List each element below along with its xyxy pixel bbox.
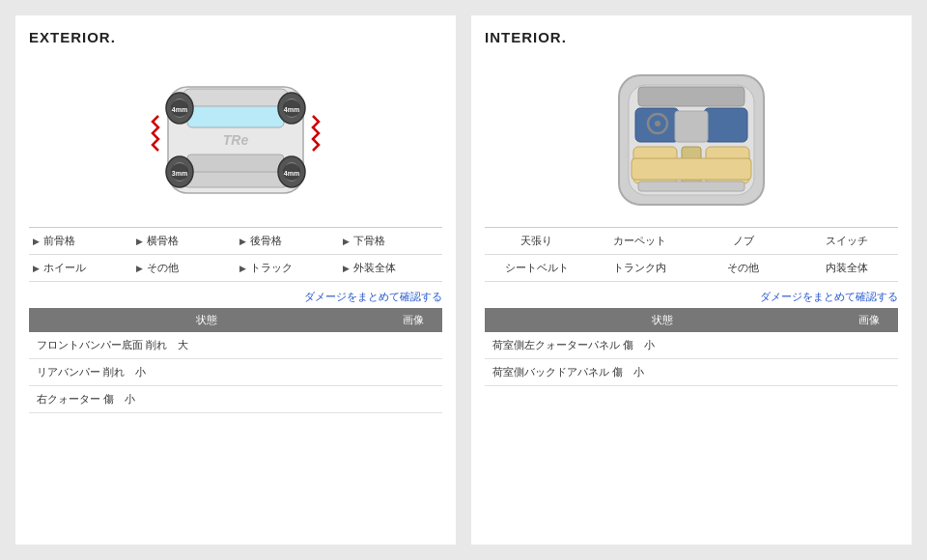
nav-item-ceiling[interactable]: 天張り (485, 228, 588, 255)
nav-item-wheel[interactable]: ▶ ホイール (29, 255, 132, 282)
row-status: リアバンパー 削れ 小 (29, 360, 384, 384)
arrow-icon: ▶ (136, 237, 143, 246)
svg-text:3mm: 3mm (172, 170, 187, 177)
nav-item-truck[interactable]: ▶ トラック (236, 255, 339, 282)
nav-item-other-ext[interactable]: ▶ その他 (132, 255, 236, 282)
exterior-panel: EXTERIOR. (15, 15, 456, 545)
exterior-damage-link[interactable]: ダメージをまとめて確認する (29, 290, 442, 304)
nav-item-interior-all[interactable]: 内装全体 (795, 255, 898, 282)
arrow-icon: ▶ (136, 264, 143, 273)
exterior-table-body: フロントバンパー底面 削れ 大 リアバンパー 削れ 小 右クォーター 傷 小 (29, 332, 442, 531)
table-row: 右クォーター 傷 小 (29, 386, 442, 413)
svg-rect-3 (183, 89, 289, 106)
col-header-status: 状態 (485, 308, 840, 332)
svg-rect-30 (632, 158, 751, 180)
exterior-car-svg: 4mm 4mm 3mm 4mm TRe (110, 58, 361, 222)
table-row: リアバンパー 削れ 小 (29, 359, 442, 386)
interior-table-header: 状態 画像 (485, 308, 898, 332)
nav-item-knob[interactable]: ノブ (691, 228, 795, 255)
nav-item-carpet[interactable]: カーペット (588, 228, 691, 255)
col-header-status: 状態 (29, 308, 384, 332)
svg-text:4mm: 4mm (284, 170, 299, 177)
nav-item-other-int[interactable]: その他 (691, 255, 795, 282)
row-image (384, 368, 442, 378)
page-wrapper: EXTERIOR. (0, 0, 927, 560)
row-image (384, 341, 442, 350)
row-status: 荷室側左クォーターパネル 傷 小 (485, 333, 840, 357)
arrow-icon: ▶ (343, 264, 350, 273)
nav-item-switch[interactable]: スイッチ (795, 228, 898, 255)
interior-damage-link[interactable]: ダメージをまとめて確認する (485, 290, 898, 304)
row-image (840, 341, 898, 350)
arrow-icon: ▶ (343, 237, 350, 246)
exterior-title: EXTERIOR. (29, 29, 442, 45)
interior-nav-grid: 天張り カーペット ノブ スイッチ シートベルト トランク内 その他 内装全体 (485, 227, 898, 282)
row-image (384, 395, 442, 405)
arrow-icon: ▶ (33, 237, 40, 246)
table-row: フロントバンパー底面 削れ 大 (29, 332, 442, 359)
svg-point-34 (655, 121, 660, 126)
table-row: 荷室側左クォーターパネル 傷 小 (485, 332, 898, 359)
svg-rect-26 (704, 108, 747, 142)
arrow-icon: ▶ (239, 264, 246, 273)
interior-car-diagram (485, 53, 898, 227)
nav-item-front-frame[interactable]: ▶ 前骨格 (29, 228, 132, 255)
arrow-icon: ▶ (239, 237, 246, 246)
svg-rect-31 (638, 182, 744, 191)
interior-panel: INTERIOR. (471, 15, 912, 545)
table-row: 荷室側バックドアパネル 傷 小 (485, 359, 898, 386)
svg-text:TRe: TRe (223, 132, 249, 148)
row-status: フロントバンパー底面 削れ 大 (29, 333, 384, 357)
exterior-car-diagram: 4mm 4mm 3mm 4mm TRe (29, 53, 442, 227)
nav-item-rear-frame[interactable]: ▶ 後骨格 (236, 228, 339, 255)
svg-text:4mm: 4mm (284, 106, 299, 113)
row-status: 荷室側バックドアパネル 傷 小 (485, 360, 840, 384)
nav-item-under-frame[interactable]: ▶ 下骨格 (339, 228, 442, 255)
svg-text:4mm: 4mm (172, 106, 187, 113)
nav-item-trunk-inside[interactable]: トランク内 (588, 255, 691, 282)
col-header-image: 画像 (384, 308, 442, 332)
nav-item-seatbelt[interactable]: シートベルト (485, 255, 588, 282)
row-status: 右クォーター 傷 小 (29, 387, 384, 411)
arrow-icon: ▶ (33, 264, 40, 273)
svg-rect-4 (183, 172, 289, 187)
interior-table-body: 荷室側左クォーターパネル 傷 小 荷室側バックドアパネル 傷 小 (485, 332, 898, 531)
interior-car-svg (566, 58, 817, 222)
exterior-nav-grid: ▶ 前骨格 ▶ 横骨格 ▶ 後骨格 ▶ 下骨格 ▶ ホイール ▶ その他 (29, 227, 442, 282)
svg-rect-24 (638, 87, 744, 106)
nav-item-exterior-all[interactable]: ▶ 外装全体 (339, 255, 442, 282)
row-image (840, 368, 898, 378)
svg-rect-32 (675, 111, 708, 142)
exterior-table-header: 状態 画像 (29, 308, 442, 332)
nav-item-side-frame[interactable]: ▶ 横骨格 (132, 228, 236, 255)
col-header-image: 画像 (840, 308, 898, 332)
interior-title: INTERIOR. (485, 29, 898, 45)
